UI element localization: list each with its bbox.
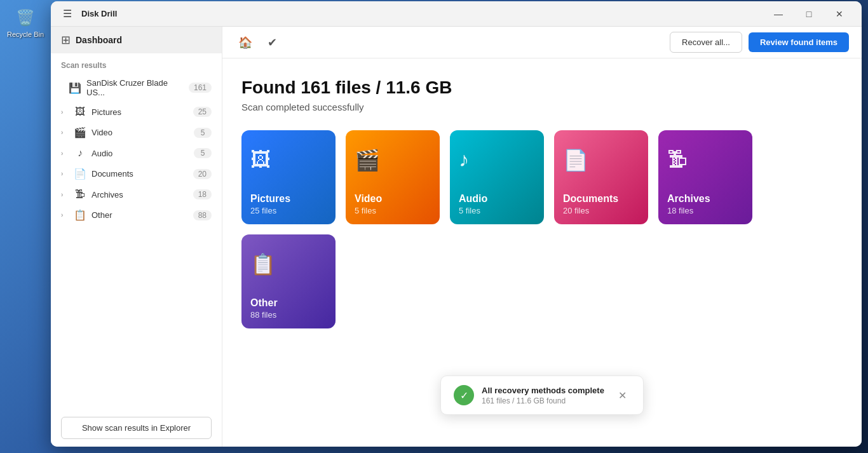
audio-count: 5 (194, 148, 212, 158)
pictures-card-icon: 🖼 (250, 139, 327, 172)
audio-label: Audio (92, 149, 189, 158)
minimize-button[interactable]: — (764, 4, 793, 24)
chevron-right-icon: › (61, 129, 69, 136)
documents-count: 20 (193, 169, 212, 179)
documents-label: Documents (92, 169, 188, 179)
toast-check-icon: ✓ (454, 385, 474, 405)
pictures-card-name: Pictures (250, 193, 327, 205)
sidebar-item-archives[interactable]: › 🗜 Archives 18 (51, 184, 222, 205)
title-bar: ☰ Disk Drill — □ ✕ (51, 1, 862, 27)
sidebar: ⊞ Dashboard Scan results 💾 SanDisk Cruze… (51, 27, 222, 447)
sidebar-item-documents[interactable]: › 📄 Documents 20 (51, 163, 222, 184)
pictures-card-count: 25 files (250, 206, 327, 215)
show-explorer-button[interactable]: Show scan results in Explorer (61, 417, 212, 439)
main-content: 🏠 ✔ Recover all... Review found items Fo… (222, 27, 862, 447)
documents-icon: 📄 (74, 168, 86, 180)
content-area: Found 161 files / 11.6 GB Scan completed… (222, 58, 862, 447)
close-button[interactable]: ✕ (825, 4, 854, 24)
found-title: Found 161 files / 11.6 GB (241, 78, 843, 98)
video-icon: 🎬 (74, 126, 86, 139)
archives-card-count: 18 files (667, 206, 743, 215)
video-card-name: Video (355, 193, 431, 205)
sidebar-item-dashboard[interactable]: ⊞ Dashboard (51, 27, 222, 53)
menu-icon[interactable]: ☰ (58, 5, 76, 23)
scan-complete-label: Scan completed successfully (241, 102, 843, 112)
archives-card-name: Archives (667, 193, 743, 205)
status-check-icon: ✔ (262, 32, 282, 53)
card-video[interactable]: 🎬 Video 5 files (346, 130, 440, 224)
archives-label: Archives (92, 190, 188, 199)
chevron-right-icon: › (61, 109, 69, 116)
sidebar-item-audio[interactable]: › ♪ Audio 5 (51, 143, 222, 163)
card-audio[interactable]: ♪ Audio 5 files (450, 130, 544, 224)
window-controls: — □ ✕ (764, 4, 854, 24)
drive-label: SanDisk Cruzer Blade US... (86, 78, 184, 97)
other-label: Other (92, 210, 188, 220)
documents-card-icon: 📄 (563, 139, 639, 172)
home-button[interactable]: 🏠 (235, 32, 255, 53)
audio-icon: ♪ (74, 147, 86, 159)
drive-icon: 💾 (69, 82, 81, 94)
video-count: 5 (194, 128, 212, 138)
sidebar-item-video[interactable]: › 🎬 Video 5 (51, 122, 222, 143)
card-documents[interactable]: 📄 Documents 20 files (554, 130, 648, 224)
sidebar-item-other[interactable]: › 📋 Other 88 (51, 205, 222, 226)
app-title: Disk Drill (81, 9, 764, 18)
audio-card-count: 5 files (459, 206, 535, 215)
archives-card-icon: 🗜 (667, 139, 743, 172)
pictures-label: Pictures (92, 107, 188, 117)
recycle-bin-label: Recycle Bin (7, 30, 44, 38)
other-card-count: 88 files (250, 310, 327, 320)
archives-icon: 🗜 (74, 189, 86, 200)
documents-card-count: 20 files (563, 206, 639, 215)
recycle-bin-image: 🗑️ (14, 6, 37, 29)
maximize-button[interactable]: □ (794, 4, 824, 24)
chevron-right-icon: › (61, 150, 69, 157)
scan-results-heading: Scan results (51, 53, 222, 74)
documents-card-name: Documents (563, 193, 639, 205)
other-icon: 📋 (74, 209, 86, 221)
card-archives[interactable]: 🗜 Archives 18 files (658, 130, 752, 224)
app-body: ⊞ Dashboard Scan results 💾 SanDisk Cruze… (51, 27, 862, 447)
sidebar-drive[interactable]: 💾 SanDisk Cruzer Blade US... 161 (51, 74, 222, 102)
toast-text: All recovery methods complete 161 files … (482, 386, 607, 405)
video-label: Video (92, 128, 189, 137)
chevron-right-icon: › (61, 212, 69, 219)
toast-close-button[interactable]: ✕ (614, 388, 630, 403)
chevron-right-icon: › (61, 191, 69, 198)
review-found-button[interactable]: Review found items (749, 32, 849, 52)
card-other[interactable]: 📋 Other 88 files (241, 234, 336, 328)
pictures-count: 25 (193, 107, 212, 117)
audio-card-icon: ♪ (459, 139, 535, 172)
main-window: ☰ Disk Drill — □ ✕ ⊞ Dashboard Scan resu… (51, 1, 862, 447)
toast-title: All recovery methods complete (482, 386, 607, 395)
recycle-bin-icon[interactable]: 🗑️ Recycle Bin (6, 6, 44, 38)
drive-count: 161 (189, 83, 212, 93)
audio-card-name: Audio (459, 193, 535, 205)
card-pictures[interactable]: 🖼 Pictures 25 files (241, 130, 336, 224)
other-count: 88 (193, 210, 212, 220)
other-card-name: Other (250, 297, 327, 309)
pictures-icon: 🖼 (74, 106, 86, 118)
archives-count: 18 (193, 189, 212, 199)
toast-notification: ✓ All recovery methods complete 161 file… (440, 375, 644, 415)
sidebar-item-pictures[interactable]: › 🖼 Pictures 25 (51, 102, 222, 122)
other-card-icon: 📋 (250, 243, 327, 276)
toast-subtitle: 161 files / 11.6 GB found (482, 396, 607, 405)
toolbar: 🏠 ✔ Recover all... Review found items (222, 27, 862, 58)
chevron-right-icon: › (61, 170, 69, 177)
video-card-icon: 🎬 (355, 139, 431, 172)
video-card-count: 5 files (355, 206, 431, 215)
dashboard-label: Dashboard (76, 35, 122, 45)
dashboard-grid-icon: ⊞ (61, 33, 71, 47)
recover-all-button[interactable]: Recover all... (670, 32, 742, 53)
category-cards-grid: 🖼 Pictures 25 files 🎬 Video 5 files ♪ Au… (241, 130, 843, 328)
